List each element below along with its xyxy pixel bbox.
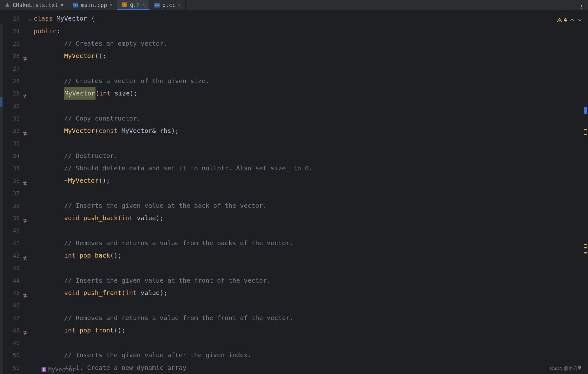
code-line[interactable]: // Removes and returns a value from the … xyxy=(34,237,588,249)
code-line[interactable]: ~MyVector(); xyxy=(34,174,588,187)
code-line[interactable]: // Inserts the given value after the giv… xyxy=(34,349,588,361)
gutter-row[interactable]: 31 xyxy=(0,112,30,125)
gutter-row[interactable]: 35 xyxy=(0,162,30,174)
gutter-row[interactable]: 36 xyxy=(0,174,30,187)
tab-main-cpp[interactable]: C++main.cpp× xyxy=(68,0,117,10)
fold-icon[interactable]: ⊟ xyxy=(29,14,31,26)
tab-CMakeLists-txt[interactable]: CMakeLists.txt× xyxy=(0,0,68,10)
code-line[interactable]: // Inserts the given value at the front … xyxy=(34,274,588,287)
code-line[interactable]: int pop_front(); xyxy=(34,324,588,337)
gutter-row[interactable]: 47 xyxy=(0,312,30,324)
token: push_front xyxy=(83,287,122,299)
gutter-row[interactable]: 34 xyxy=(0,150,30,162)
swap-icon[interactable] xyxy=(22,178,29,184)
code-line[interactable] xyxy=(34,187,588,200)
gutter-row[interactable]: 45 xyxy=(0,287,30,299)
code-line[interactable]: // Destructor. xyxy=(34,150,588,162)
code-line[interactable]: // Inserts the given value at the back o… xyxy=(34,200,588,212)
code-line[interactable] xyxy=(34,262,588,274)
gutter-row[interactable]: 25 xyxy=(0,37,30,50)
swap-icon[interactable] xyxy=(22,128,29,134)
close-icon[interactable]: × xyxy=(142,2,145,8)
breadcrumb-bar[interactable]: S MyVector xyxy=(41,366,76,373)
prev-highlight[interactable] xyxy=(570,17,575,23)
line-number: 49 xyxy=(11,337,20,349)
code-line[interactable]: // Copy constructor. xyxy=(34,112,588,125)
code-line[interactable]: void push_front(int value); xyxy=(34,287,588,299)
swap-icon[interactable] xyxy=(22,215,29,221)
stripe-mark-blue[interactable] xyxy=(584,107,587,114)
gutter-row[interactable]: 29 xyxy=(0,87,30,100)
code-line[interactable]: MyVector(const MyVector& rhs); xyxy=(34,125,588,137)
token: : xyxy=(56,25,60,37)
tab-q-cc[interactable]: C++q.cc× xyxy=(150,0,186,10)
code-line[interactable]: MyVector(int size); xyxy=(34,87,588,100)
swap-icon[interactable] xyxy=(22,290,29,296)
code-line[interactable]: // 1. Create a new dynamic array xyxy=(34,362,588,374)
gutter-row[interactable]: 51 xyxy=(0,362,30,374)
inspection-widget[interactable]: 4 xyxy=(557,16,582,23)
code-line[interactable]: ⊟class MyVector { xyxy=(34,12,588,25)
stripe-mark-yel[interactable] xyxy=(584,134,587,135)
stripe-mark-yel[interactable] xyxy=(584,247,587,248)
gutter-row[interactable]: 26 xyxy=(0,50,30,62)
gutter-row[interactable]: 49 xyxy=(0,337,30,349)
gutter-row[interactable]: 44 xyxy=(0,274,30,287)
token: class xyxy=(34,12,56,25)
close-icon[interactable]: × xyxy=(178,2,181,8)
next-highlight[interactable] xyxy=(577,17,582,23)
code-line[interactable]: public: xyxy=(34,25,588,37)
stripe-mark-yel[interactable] xyxy=(584,252,587,253)
gutter-row[interactable]: 46 xyxy=(0,299,30,312)
gutter-row[interactable]: 43 xyxy=(0,262,30,274)
token: int xyxy=(64,324,79,337)
close-icon[interactable]: × xyxy=(109,2,112,8)
stripe-mark-yel[interactable] xyxy=(584,244,587,245)
swap-icon[interactable] xyxy=(22,327,29,333)
code-line[interactable] xyxy=(34,224,588,237)
token: // Copy constructor. xyxy=(64,112,141,125)
swap-icon[interactable] xyxy=(22,91,29,96)
warning-indicator[interactable]: 4 xyxy=(557,16,567,23)
code-line[interactable] xyxy=(34,137,588,149)
code-line[interactable] xyxy=(34,62,588,75)
gutter-row[interactable]: 42 xyxy=(0,249,30,262)
gutter-row[interactable]: 32 xyxy=(0,125,30,137)
gutter-row[interactable]: 27 xyxy=(0,62,30,75)
gutter-row[interactable]: 40 xyxy=(0,224,30,237)
gutter-row[interactable]: 39 xyxy=(0,212,30,224)
code-area[interactable]: ⊟class MyVector {public: // Creates an e… xyxy=(30,10,588,374)
watermark: CSDN @小哈里 xyxy=(550,366,582,371)
code-line[interactable]: // Creates an empty vector. xyxy=(34,37,588,50)
swap-icon[interactable] xyxy=(22,253,29,259)
gutter-row[interactable]: 38 xyxy=(0,200,30,212)
tab-label: CMakeLists.txt xyxy=(13,2,58,8)
code-line[interactable]: int pop_back(); xyxy=(34,249,588,262)
gutter[interactable]: 2324252627282930313233343536373839404142… xyxy=(0,10,30,374)
token: () xyxy=(99,174,106,187)
code-line[interactable]: // Should delete data and set it to null… xyxy=(34,162,588,174)
code-line[interactable]: MyVector(); xyxy=(34,50,588,62)
close-icon[interactable]: × xyxy=(61,2,63,8)
error-stripe[interactable] xyxy=(584,24,588,374)
swap-icon[interactable] xyxy=(22,53,29,59)
token: ( xyxy=(96,87,99,100)
code-line[interactable]: // Removes and returns a value from the … xyxy=(34,312,588,324)
code-line[interactable]: void push_back(int value); xyxy=(34,212,588,224)
code-line[interactable] xyxy=(34,100,588,112)
editor[interactable]: 2324252627282930313233343536373839404142… xyxy=(0,10,588,374)
code-line[interactable] xyxy=(34,299,588,312)
gutter-row[interactable]: 30 xyxy=(0,100,30,112)
gutter-row[interactable]: 28 xyxy=(0,75,30,87)
stripe-mark-yel[interactable] xyxy=(584,129,587,130)
gutter-row[interactable]: 37 xyxy=(0,187,30,200)
gutter-row[interactable]: 50 xyxy=(0,349,30,361)
gutter-row[interactable]: 41 xyxy=(0,237,30,249)
code-line[interactable] xyxy=(34,337,588,349)
gutter-row[interactable]: 23 xyxy=(0,12,30,25)
code-line[interactable]: // Creates a vector of the given size. xyxy=(34,75,588,87)
gutter-row[interactable]: 48 xyxy=(0,324,30,337)
gutter-row[interactable]: 24 xyxy=(0,25,30,37)
gutter-row[interactable]: 33 xyxy=(0,137,30,149)
tab-q-h[interactable]: Hq.h× xyxy=(117,0,150,10)
